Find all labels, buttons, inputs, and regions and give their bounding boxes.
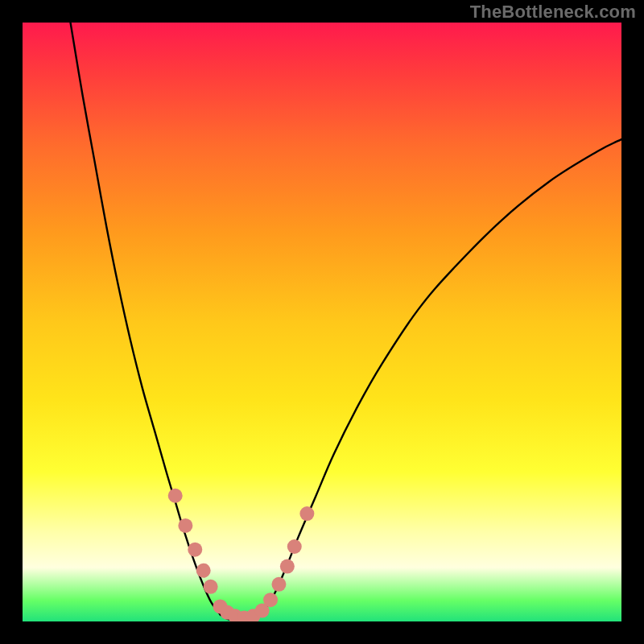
watermark-text: TheBottleneck.com [470, 2, 636, 23]
sample-marker [271, 577, 286, 592]
sample-marker [263, 592, 278, 607]
sample-marker [287, 539, 302, 554]
sample-marker [299, 506, 314, 521]
curve-layer [23, 23, 621, 621]
plot-area [23, 23, 621, 621]
sample-marker [178, 518, 192, 533]
sample-marker [168, 489, 183, 503]
sample-markers [168, 489, 315, 621]
sample-marker [188, 543, 202, 557]
sample-marker [280, 559, 295, 574]
bottleneck-curve [71, 23, 621, 621]
chart-frame: TheBottleneck.com [0, 0, 644, 644]
sample-marker [204, 580, 218, 594]
sample-marker [196, 564, 211, 578]
